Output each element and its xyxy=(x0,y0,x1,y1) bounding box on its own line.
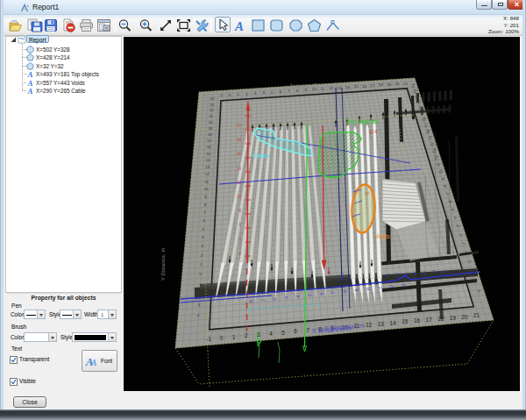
svg-text:~: ~ xyxy=(284,146,287,150)
svg-text:10: 10 xyxy=(312,87,316,91)
svg-text:Cable: Cable xyxy=(252,152,270,160)
svg-text:-1: -1 xyxy=(206,336,211,342)
svg-text:~: ~ xyxy=(277,146,280,150)
svg-text:18: 18 xyxy=(208,132,212,137)
svg-text:14: 14 xyxy=(345,85,350,89)
svg-text:2: 2 xyxy=(387,274,389,278)
svg-text:16: 16 xyxy=(207,145,211,149)
svg-text:2: 2 xyxy=(238,252,241,256)
svg-text:6: 6 xyxy=(238,223,241,227)
svg-text:A: A xyxy=(26,87,32,95)
svg-text:12: 12 xyxy=(205,172,210,176)
svg-text:12: 12 xyxy=(366,322,373,328)
svg-text:13: 13 xyxy=(205,165,210,169)
svg-text:22: 22 xyxy=(210,108,214,112)
svg-text:Y Distance, m: Y Distance, m xyxy=(160,248,166,281)
svg-text:12: 12 xyxy=(329,86,333,90)
svg-text:4: 4 xyxy=(238,238,241,242)
svg-text:19: 19 xyxy=(208,126,212,131)
svg-text:15: 15 xyxy=(206,152,210,156)
svg-text:3: 3 xyxy=(395,273,398,277)
svg-text:6: 6 xyxy=(423,271,426,275)
svg-text:20: 20 xyxy=(395,82,400,86)
svg-text:A: A xyxy=(26,79,32,87)
svg-text:21: 21 xyxy=(209,114,213,118)
svg-text:12: 12 xyxy=(365,191,369,196)
svg-text:~: ~ xyxy=(292,146,295,150)
svg-text:13: 13 xyxy=(337,86,341,90)
svg-text:A: A xyxy=(90,358,97,367)
svg-text:16: 16 xyxy=(414,317,421,324)
svg-text:10: 10 xyxy=(237,195,242,199)
svg-text:4: 4 xyxy=(405,273,408,277)
svg-text:21: 21 xyxy=(473,312,480,318)
svg-text:13: 13 xyxy=(378,321,385,327)
svg-text:11: 11 xyxy=(321,87,325,91)
svg-text:18: 18 xyxy=(237,138,242,142)
svg-text:4: 4 xyxy=(269,331,273,337)
svg-text:~: ~ xyxy=(262,146,265,151)
svg-text:14: 14 xyxy=(237,167,242,171)
svg-text:23: 23 xyxy=(210,103,214,107)
svg-text:20: 20 xyxy=(461,314,468,320)
svg-text:2: 2 xyxy=(245,332,248,338)
svg-text:~: ~ xyxy=(269,146,272,151)
svg-text:A: A xyxy=(234,19,244,33)
svg-text:18: 18 xyxy=(379,82,383,87)
svg-text:6: 6 xyxy=(294,328,297,334)
svg-text:19: 19 xyxy=(387,82,391,87)
svg-text:3: 3 xyxy=(257,331,260,338)
svg-text:14: 14 xyxy=(206,158,210,162)
svg-text:8: 8 xyxy=(238,209,241,213)
svg-text:16: 16 xyxy=(362,84,366,89)
svg-text:8: 8 xyxy=(442,270,444,274)
svg-text:17: 17 xyxy=(370,83,374,88)
svg-text:16: 16 xyxy=(237,152,242,156)
svg-text:~: ~ xyxy=(299,145,302,149)
svg-text:15: 15 xyxy=(353,84,358,89)
svg-text:-4: -4 xyxy=(196,313,200,317)
svg-text:14: 14 xyxy=(389,320,396,326)
svg-text:Voids: Voids xyxy=(374,232,390,240)
svg-text:-1: -1 xyxy=(198,282,202,287)
svg-text:24: 24 xyxy=(210,96,214,101)
svg-text:7: 7 xyxy=(306,327,309,333)
svg-text:0: 0 xyxy=(220,335,224,341)
svg-text:-3: -3 xyxy=(196,303,200,307)
svg-text:7: 7 xyxy=(432,270,435,274)
svg-text:5: 5 xyxy=(414,272,416,276)
svg-text:-1: -1 xyxy=(219,93,223,97)
svg-text:15: 15 xyxy=(402,318,409,324)
svg-text:5: 5 xyxy=(281,330,285,336)
svg-text:20: 20 xyxy=(237,124,242,128)
svg-text:19: 19 xyxy=(450,315,457,321)
svg-text:12.4: 12.4 xyxy=(369,130,377,134)
svg-text:20: 20 xyxy=(209,120,213,125)
svg-text:17: 17 xyxy=(207,139,211,143)
svg-text:11: 11 xyxy=(204,180,209,184)
svg-text:18: 18 xyxy=(437,316,444,322)
svg-text:1: 1 xyxy=(232,334,236,340)
svg-text:10: 10 xyxy=(204,187,209,191)
svg-text:17: 17 xyxy=(426,317,433,323)
svg-text:21: 21 xyxy=(403,82,408,86)
svg-text:A: A xyxy=(26,70,32,78)
svg-text:Top objects: Top objects xyxy=(345,117,379,125)
svg-text:-2: -2 xyxy=(197,292,201,296)
